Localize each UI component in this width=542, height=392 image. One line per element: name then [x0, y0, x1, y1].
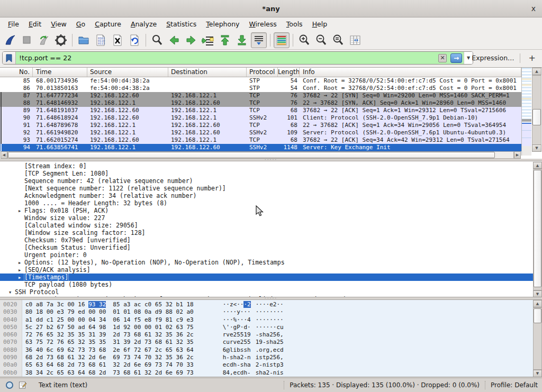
column-header-src[interactable]: Source: [87, 68, 168, 77]
profile-text[interactable]: Profile: Default: [491, 381, 538, 389]
expanded-arrow-icon[interactable]: ▼: [5, 289, 15, 296]
detail-line[interactable]: ▶Flags: 0x018 (PSH, ACK): [0, 207, 537, 214]
column-header-no[interactable]: No.: [0, 68, 33, 77]
scroll-down-arrow-icon[interactable]: ▼: [532, 144, 541, 152]
reload-file-button[interactable]: [127, 32, 142, 48]
hex-row-0060[interactable]: 006072 76 65 32 35 35 31 392d 73 68 61 3…: [0, 331, 529, 339]
close-window-icon[interactable]: x: [531, 4, 536, 13]
packet-row-92[interactable]: 9271.661949820192.168.122.1192.168.122.6…: [0, 129, 521, 136]
find-packet-button[interactable]: [149, 32, 165, 48]
detail-line[interactable]: Urgent pointer: 0: [0, 251, 537, 259]
collapsed-arrow-icon[interactable]: ▶: [15, 274, 24, 281]
capture-comment-icon[interactable]: [19, 381, 27, 389]
intelligent-scrollbar-minimap[interactable]: [521, 68, 531, 156]
scroll-down-arrow-icon[interactable]: ▼: [533, 370, 542, 377]
hex-row-0020[interactable]: 0020c0 a8 7a 3c 00 16 93 3285 a3 ac c0 6…: [0, 301, 529, 308]
detail-line[interactable]: 1000 .... = Header Length: 32 bytes (8): [0, 199, 537, 207]
close-file-button[interactable]: [110, 32, 125, 48]
column-header-dst[interactable]: Destination: [168, 68, 247, 77]
hex-row-0040[interactable]: 0040a1 dd c1 25 00 00 04 3406 14 f5 e8 f…: [0, 316, 529, 324]
detail-line[interactable]: TCP payload (1080 bytes): [0, 281, 537, 288]
packet-row-88[interactable]: 8871.648146932192.168.122.1192.168.122.6…: [0, 99, 521, 107]
hexdump-vscrollbar-thumb[interactable]: [534, 308, 541, 323]
save-file-button[interactable]: 010101100113: [93, 32, 109, 48]
packet-row-85[interactable]: 8568.001734936fe:54:00:d4:38:2aSTP54Conf…: [0, 77, 521, 85]
packet-list-hscrollbar-thumb[interactable]: [8, 152, 495, 158]
hex-row-00b0[interactable]: 00b038 34 2c 65 63 64 68 2d73 68 61 32 2…: [0, 369, 529, 377]
scroll-up-arrow-icon[interactable]: ▲: [533, 162, 542, 169]
menu-statistics[interactable]: Statistics: [161, 19, 201, 30]
menu-edit[interactable]: Edit: [24, 19, 46, 30]
detail-line[interactable]: Window size value: 227: [0, 214, 537, 222]
menu-file[interactable]: File: [3, 19, 24, 30]
auto-scroll-toggle[interactable]: [251, 32, 267, 48]
menu-wireless[interactable]: Wireless: [245, 19, 282, 30]
detail-line[interactable]: [TCP Segment Len: 1080]: [0, 170, 537, 177]
packet-row-86[interactable]: 8670.013850163fe:54:00:d4:38:2aSTP54Conf…: [0, 85, 521, 92]
menu-analyze[interactable]: Analyze: [126, 19, 161, 30]
hex-row-0080[interactable]: 008036 40 6c 69 62 73 73 682e 6f 72 67 2…: [0, 347, 529, 354]
detail-line[interactable]: [Next sequence number: 1122 (relative se…: [0, 185, 537, 192]
packet-row-90[interactable]: 9071.648618924192.168.122.60192.168.122.…: [0, 114, 521, 122]
detail-line[interactable]: [Window size scaling factor: 128]: [0, 229, 537, 236]
scroll-left-arrow-icon[interactable]: ◀: [1, 151, 7, 159]
go-to-packet-button[interactable]: [200, 32, 216, 48]
open-file-button[interactable]: [76, 32, 92, 48]
zoom-out-button[interactable]: [313, 32, 329, 48]
menu-capture[interactable]: Capture: [90, 19, 126, 30]
add-filter-button[interactable]: +: [526, 53, 539, 63]
menu-view[interactable]: View: [46, 19, 71, 30]
packet-row-91[interactable]: 9171.648789678192.168.122.1192.168.122.6…: [0, 122, 521, 129]
packet-row-93[interactable]: 9371.662015274192.168.122.60192.168.122.…: [0, 136, 521, 144]
hex-row-0070[interactable]: 007063 75 72 76 65 32 35 3531 39 2d 73 6…: [0, 339, 529, 346]
column-header-len[interactable]: Length: [278, 68, 300, 77]
detail-line[interactable]: [Checksum Status: Unverified]: [0, 244, 537, 251]
menu-telephony[interactable]: Telephony: [201, 19, 244, 30]
restart-capture-button[interactable]: [36, 32, 52, 48]
packet-list-vscrollbar-thumb[interactable]: [532, 109, 541, 125]
hex-row-00a0[interactable]: 00a065 63 64 68 2d 73 68 6132 2d 6e 69 7…: [0, 361, 529, 369]
collapsed-arrow-icon[interactable]: ▶: [15, 259, 24, 266]
display-filter-input[interactable]: [16, 52, 436, 64]
menu-help[interactable]: Help: [308, 19, 332, 30]
zoom-in-button[interactable]: [296, 32, 312, 48]
expert-info-icon[interactable]: [5, 381, 14, 389]
collapsed-arrow-icon[interactable]: ▶: [15, 267, 24, 274]
start-capture-button[interactable]: [2, 32, 18, 48]
titlebar[interactable]: *any x: [0, 0, 542, 17]
scroll-up-arrow-icon[interactable]: ▲: [533, 300, 542, 307]
detail-line[interactable]: Checksum: 0x79ed [unverified]: [0, 236, 537, 244]
hex-row-0030[interactable]: 003080 18 00 e3 79 ed 00 0001 01 08 0a d…: [0, 308, 529, 316]
scroll-down-arrow-icon[interactable]: ▼: [533, 290, 542, 297]
go-first-button[interactable]: [217, 32, 233, 48]
details-vscrollbar-thumb[interactable]: [534, 170, 541, 287]
detail-line[interactable]: Sequence number: 42 (relative sequence n…: [0, 177, 537, 185]
filter-bookmark-button[interactable]: [3, 52, 16, 64]
detail-line[interactable]: [Calculated window size: 29056]: [0, 222, 537, 229]
packet-row-87[interactable]: 8771.647777234192.168.122.60192.168.122.…: [0, 92, 521, 99]
hex-row-0090[interactable]: 009068 2d 73 68 61 32 2d 6e69 73 74 70 3…: [0, 354, 529, 361]
colorize-toggle[interactable]: [274, 32, 290, 48]
expression-button[interactable]: Expression…: [472, 54, 514, 62]
scroll-up-arrow-icon[interactable]: ▲: [532, 68, 541, 75]
filter-clear-button[interactable]: ✕: [436, 52, 449, 64]
packet-row-89[interactable]: 8971.648191037192.168.122.60192.168.122.…: [0, 107, 521, 114]
column-header-time[interactable]: Time: [33, 68, 87, 77]
capture-options-button[interactable]: [53, 32, 69, 48]
column-header-proto[interactable]: Protocol: [247, 68, 278, 77]
hex-row-0050[interactable]: 00505c 27 b2 67 50 ad 64 981d 92 00 00 0…: [0, 324, 529, 331]
go-back-button[interactable]: [166, 32, 182, 48]
detail-line[interactable]: ▶[Timestamps]: [0, 274, 537, 281]
column-header-info[interactable]: Info: [300, 68, 521, 77]
zoom-original-button[interactable]: [330, 32, 346, 48]
collapsed-arrow-icon[interactable]: ▶: [15, 207, 24, 214]
go-last-button[interactable]: [234, 32, 250, 48]
stop-capture-button[interactable]: [19, 32, 35, 48]
detail-line[interactable]: ▶Options: (12 bytes), No-Operation (NOP)…: [0, 259, 537, 266]
packet-row-94[interactable]: 9471.663856741192.168.122.1192.168.122.6…: [0, 144, 521, 151]
menu-tools[interactable]: Tools: [282, 19, 308, 30]
detail-line[interactable]: [Stream index: 0]: [0, 162, 537, 170]
menu-go[interactable]: Go: [71, 19, 90, 30]
resize-columns-button[interactable]: [347, 32, 363, 48]
detail-line[interactable]: ▼SSH Protocol: [0, 288, 537, 296]
